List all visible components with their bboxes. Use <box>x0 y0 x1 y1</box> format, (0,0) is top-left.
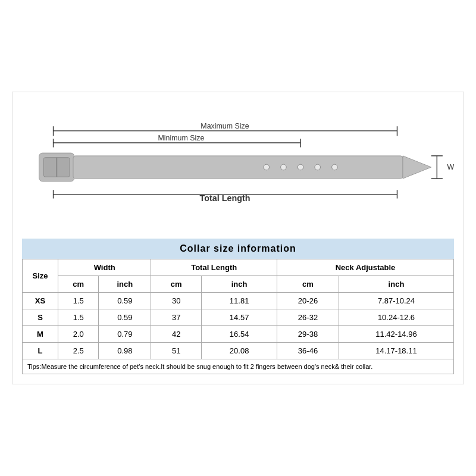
length-cm-cell: 37 <box>151 309 202 326</box>
length-cm-subheader: cm <box>151 276 202 293</box>
width-inch-cell: 0.98 <box>99 343 151 359</box>
size-cell: XS <box>23 293 58 309</box>
neck-inch-cell: 10.24-12.6 <box>339 309 453 326</box>
width-cm-cell: 2.5 <box>58 343 99 359</box>
table-title: Collar size information <box>22 239 454 259</box>
neck-cm-cell: 26-32 <box>277 309 339 326</box>
neck-adjustable-header: Neck Adjustable <box>277 259 454 276</box>
tips-text: Tips:Measure the circumference of pet's … <box>23 359 454 374</box>
neck-inch-cell: 7.87-10.24 <box>339 293 453 309</box>
max-size-label: Maximum Size <box>201 122 249 130</box>
svg-rect-10 <box>73 156 403 178</box>
min-size-label: Minimum Size <box>158 134 205 142</box>
table-row: XS 1.5 0.59 30 11.81 20-26 7.87-10.24 <box>23 293 454 309</box>
length-inch-cell: 16.54 <box>202 326 277 343</box>
svg-point-15 <box>315 164 321 170</box>
neck-cm-cell: 36-46 <box>277 343 339 359</box>
width-inch-cell: 0.79 <box>99 326 151 343</box>
width-cm-cell: 1.5 <box>58 309 99 326</box>
total-length-label: Total Length <box>200 193 250 203</box>
length-cm-cell: 42 <box>151 326 202 343</box>
width-cm-cell: 1.5 <box>58 293 99 309</box>
neck-inch-cell: 11.42-14.96 <box>339 326 453 343</box>
total-length-header: Total Length <box>151 259 277 276</box>
width-inch-subheader: inch <box>99 276 151 293</box>
length-cm-cell: 30 <box>151 293 202 309</box>
size-header: Size <box>23 259 58 293</box>
length-inch-cell: 11.81 <box>202 293 277 309</box>
neck-cm-subheader: cm <box>277 276 339 293</box>
table-row: M 2.0 0.79 42 16.54 29-38 11.42-14.96 <box>23 326 454 343</box>
svg-point-16 <box>332 164 338 170</box>
width-header: Width <box>58 259 151 276</box>
table-row: L 2.5 0.98 51 20.08 36-46 14.17-18.11 <box>23 343 454 359</box>
width-label: Width <box>447 163 454 171</box>
length-inch-cell: 14.57 <box>202 309 277 326</box>
main-card: Maximum Size Minimum Size <box>12 92 464 384</box>
width-inch-cell: 0.59 <box>99 309 151 326</box>
width-cm-cell: 2.0 <box>58 326 99 343</box>
svg-point-12 <box>264 164 270 170</box>
width-cm-subheader: cm <box>58 276 99 293</box>
width-inch-cell: 0.59 <box>99 293 151 309</box>
neck-cm-cell: 29-38 <box>277 326 339 343</box>
neck-inch-subheader: inch <box>339 276 453 293</box>
size-cell: S <box>23 309 58 326</box>
size-cell: M <box>23 326 58 343</box>
svg-point-14 <box>298 164 303 170</box>
length-inch-cell: 20.08 <box>202 343 277 359</box>
size-table: Size Width Total Length Neck Adjustable … <box>22 259 454 374</box>
size-cell: L <box>23 343 58 359</box>
length-inch-subheader: inch <box>202 276 277 293</box>
neck-inch-cell: 14.17-18.11 <box>339 343 453 359</box>
collar-diagram: Maximum Size Minimum Size <box>22 102 454 233</box>
size-table-section: Collar size information Size Width Total… <box>22 239 454 374</box>
length-cm-cell: 51 <box>151 343 202 359</box>
svg-point-13 <box>281 164 287 170</box>
table-row: S 1.5 0.59 37 14.57 26-32 10.24-12.6 <box>23 309 454 326</box>
neck-cm-cell: 20-26 <box>277 293 339 309</box>
